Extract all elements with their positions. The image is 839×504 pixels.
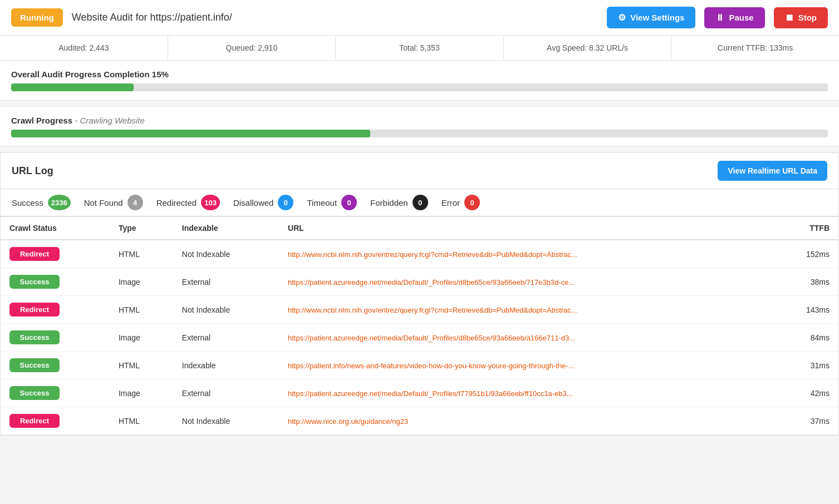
crawl-progress-section: Crawl Progress - Crawling Website [0,106,839,147]
stop-button[interactable]: Stop [774,7,828,28]
overall-progress-bar-bg [11,83,828,91]
cell-type: HTML [110,352,173,379]
col-ttfb: TTFB [772,217,838,240]
status-pill: Success [9,358,60,372]
pause-button[interactable]: Pause [704,7,764,28]
cell-ttfb: 84ms [772,324,838,352]
cell-status: Redirect [1,407,110,435]
url-log-title: URL Log [12,165,53,177]
url-text: https://patient.azureedge.net/media/Defa… [288,389,572,398]
overall-progress-section: Overall Audit Progress Completion 15% [0,61,839,101]
table-row: Redirect HTML Not Indexable http://www.n… [1,296,838,324]
cell-ttfb: 37ms [772,407,838,435]
table-header: Crawl Status Type Indexable URL TTFB [1,217,838,240]
status-pill: Redirect [9,303,60,317]
cell-indexable: Not Indexable [173,240,279,268]
crawl-progress-bar-bg [11,130,828,137]
filter-item-timeout[interactable]: Timeout 0 [307,195,357,210]
cell-url[interactable]: http://www.nice.org.uk/guidance/ng23 [279,407,772,435]
cell-indexable: Not Indexable [173,296,279,324]
cell-url[interactable]: http://www.ncbi.nlm.nih.gov/entrez/query… [279,240,772,268]
stat-avg-speed: Avg Speed: 8.32 URL/s [504,36,672,60]
cell-type: HTML [110,296,173,324]
filter-badge: 0 [413,195,428,210]
filter-item-disallowed[interactable]: Disallowed 0 [233,195,294,210]
filter-label: Redirected [156,198,197,207]
url-text: https://patient.azureedge.net/media/Defa… [288,278,575,286]
running-badge: Running [11,8,63,27]
status-pill: Redirect [9,414,60,428]
stop-icon [785,13,794,23]
filter-badge: 0 [464,195,480,210]
table-row: Success Image External https://patient.a… [1,324,838,352]
url-text: http://www.ncbi.nlm.nih.gov/entrez/query… [288,250,577,259]
table-row: Success Image External https://patient.a… [1,268,838,296]
cell-type: Image [110,268,173,296]
table-row: Success Image External https://patient.a… [1,379,838,407]
filter-item-forbidden[interactable]: Forbidden 0 [370,195,428,210]
col-url: URL [279,217,772,240]
url-table: Crawl Status Type Indexable URL TTFB Red… [1,217,838,435]
col-crawl-status: Crawl Status [1,217,110,240]
filter-item-error[interactable]: Error 0 [441,195,480,210]
overall-progress-bar-fill [11,83,134,91]
filter-badge: 0 [341,195,357,210]
cell-indexable: Not Indexable [173,407,279,435]
cell-status: Success [1,379,110,407]
cell-type: Image [110,324,173,352]
col-indexable: Indexable [173,217,279,240]
filter-bar: Success 2336Not Found 4Redirected 103Dis… [1,189,838,217]
cell-status: Redirect [1,296,110,324]
cell-status: Success [1,352,110,379]
status-pill: Success [9,330,60,344]
filter-item-success[interactable]: Success 2336 [12,195,71,210]
stat-queued: Queued: 2,910 [168,36,336,60]
cell-url[interactable]: http://www.ncbi.nlm.nih.gov/entrez/query… [279,296,772,324]
filter-label: Error [441,198,460,207]
filter-badge: 4 [127,195,143,210]
cell-url[interactable]: https://patient.azureedge.net/media/Defa… [279,268,772,296]
cell-type: Image [110,379,173,407]
stat-audited: Audited: 2,443 [0,36,168,60]
gear-icon [618,12,626,23]
url-text: https://patient.info/news-and-features/v… [288,362,575,370]
table-row: Redirect HTML Not Indexable http://www.n… [1,407,838,435]
filter-badge: 2336 [48,195,71,210]
filter-label: Timeout [307,198,337,207]
table-row: Success HTML Indexable https://patient.i… [1,352,838,379]
filter-item-not-found[interactable]: Not Found 4 [84,195,143,210]
filter-item-redirected[interactable]: Redirected 103 [156,195,220,210]
filter-label: Success [12,198,43,207]
status-pill: Success [9,275,60,289]
cell-status: Success [1,324,110,352]
cell-indexable: External [173,379,279,407]
cell-ttfb: 38ms [772,268,838,296]
crawl-progress-label: Crawl Progress - Crawling Website [11,116,828,125]
url-text: http://www.nice.org.uk/guidance/ng23 [288,417,408,426]
cell-status: Redirect [1,240,110,268]
cell-url[interactable]: https://patient.info/news-and-features/v… [279,352,772,379]
stats-bar: Audited: 2,443 Queued: 2,910 Total: 5,35… [0,36,839,61]
audit-title: Website Audit for https://patient.info/ [72,12,598,23]
view-realtime-button[interactable]: View Realtime URL Data [718,161,827,181]
status-pill: Success [9,386,60,400]
table-row: Redirect HTML Not Indexable http://www.n… [1,240,838,268]
cell-indexable: Indexable [173,352,279,379]
cell-url[interactable]: https://patient.azureedge.net/media/Defa… [279,379,772,407]
status-pill: Redirect [9,247,60,261]
cell-indexable: External [173,324,279,352]
cell-url[interactable]: https://patient.azureedge.net/media/Defa… [279,324,772,352]
col-type: Type [110,217,173,240]
cell-indexable: External [173,268,279,296]
pause-icon [715,13,724,23]
url-text: http://www.ncbi.nlm.nih.gov/entrez/query… [288,306,577,314]
url-log-section: URL Log View Realtime URL Data Success 2… [0,152,839,436]
view-settings-button[interactable]: View Settings [607,7,695,28]
filter-badge: 103 [201,195,220,210]
cell-ttfb: 42ms [772,379,838,407]
cell-ttfb: 152ms [772,240,838,268]
filter-label: Not Found [84,198,123,207]
top-bar: Running Website Audit for https://patien… [0,0,839,36]
cell-ttfb: 143ms [772,296,838,324]
cell-status: Success [1,268,110,296]
